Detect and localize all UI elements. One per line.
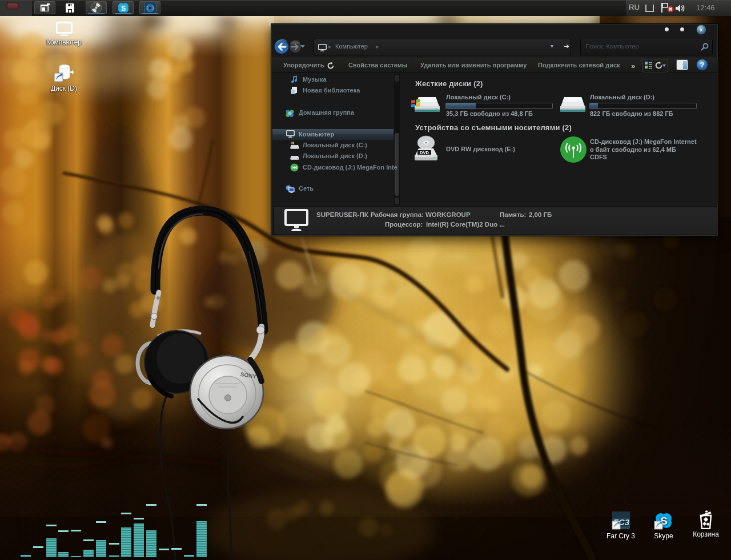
svg-text:DVD: DVD	[420, 150, 429, 155]
svg-text:S: S	[121, 5, 126, 13]
